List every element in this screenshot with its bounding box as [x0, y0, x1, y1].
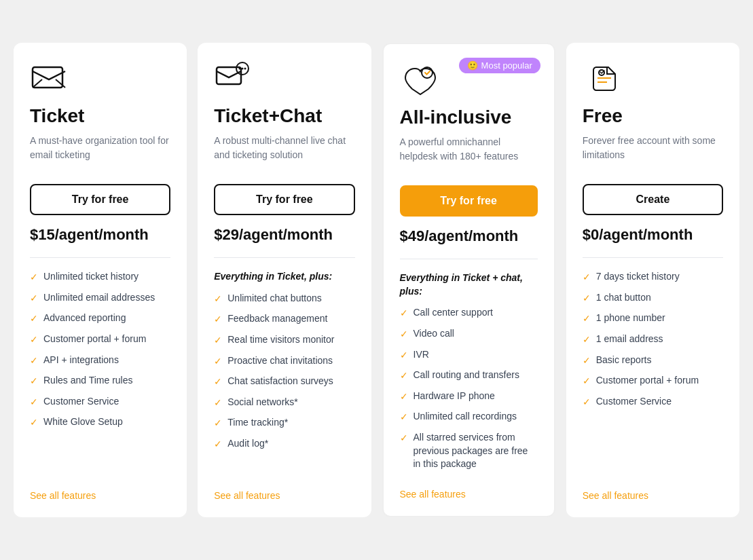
- features-title: Everything in Ticket, plus:: [214, 270, 354, 284]
- feature-item: ✓ Audit log*: [214, 437, 354, 451]
- feature-item: ✓ Real time visitors monitor: [214, 333, 354, 348]
- feature-item: ✓ White Glove Setup: [30, 415, 170, 430]
- feature-list: ✓ Unlimited ticket history ✓ Unlimited e…: [30, 270, 170, 479]
- feature-text: All starred services from previous packa…: [414, 431, 538, 471]
- plan-name: Ticket: [30, 105, 170, 127]
- feature-list: ✓ 7 days ticket history ✓ 1 chat button …: [583, 270, 723, 479]
- feature-item: ✓ Customer portal + forum: [583, 374, 723, 388]
- feature-text: Chat satisfaction surveys: [227, 375, 333, 388]
- feature-item: ✓ Chat satisfaction surveys: [214, 375, 354, 389]
- try-button-ticket[interactable]: Try for free: [30, 184, 170, 215]
- check-icon: ✓: [214, 334, 222, 348]
- feature-item: ✓ Basic reports: [583, 354, 723, 368]
- feature-item: ✓ 1 chat button: [583, 291, 723, 305]
- check-icon: ✓: [583, 312, 591, 326]
- feature-text: Advanced reporting: [43, 312, 126, 325]
- svg-point-4: [242, 68, 244, 70]
- plan-card-ticket-chat: Ticket+Chat A robust multi-channel live …: [198, 43, 371, 517]
- see-features-link[interactable]: See all features: [214, 490, 354, 501]
- feature-text: Unlimited call recordings: [414, 410, 517, 424]
- svg-point-3: [239, 68, 241, 70]
- plan-name: Free: [583, 105, 723, 127]
- feature-text: Social networks*: [227, 396, 298, 409]
- feature-text: Hardware IP phone: [414, 390, 495, 403]
- feature-text: API + integrations: [43, 354, 119, 367]
- feature-item: ✓ API + integrations: [30, 354, 170, 368]
- check-icon: ✓: [30, 271, 38, 284]
- feature-item: ✓ Time tracking*: [214, 416, 354, 430]
- popular-badge: 🙂 Most popular: [459, 58, 540, 73]
- check-icon: ✓: [30, 333, 38, 347]
- feature-text: Customer Service: [43, 395, 119, 409]
- try-button-all-inclusive[interactable]: Try for free: [400, 185, 538, 217]
- check-icon: ✓: [214, 438, 222, 451]
- check-icon: ✓: [30, 416, 38, 430]
- feature-item: ✓ Rules and Time rules: [30, 374, 170, 388]
- feature-item: ✓ Unlimited ticket history: [30, 270, 170, 284]
- plan-name: All-inclusive: [400, 107, 538, 128]
- plan-name: Ticket+Chat: [214, 105, 354, 127]
- feature-item: ✓ IVR: [400, 348, 538, 362]
- check-icon: ✓: [400, 328, 408, 341]
- check-icon: ✓: [400, 349, 408, 362]
- features-title: Everything in Ticket + chat, plus:: [400, 272, 538, 298]
- divider: [214, 257, 354, 258]
- plan-card-free: Free Forever free account with some limi…: [566, 43, 739, 517]
- ticket-icon: [30, 62, 68, 94]
- feature-text: Real time visitors monitor: [227, 333, 334, 347]
- feature-text: Call center support: [414, 306, 494, 320]
- try-button-ticket-chat[interactable]: Try for free: [214, 184, 354, 215]
- feature-item: ✓ Advanced reporting: [30, 312, 170, 326]
- feature-item: ✓ Video call: [400, 327, 538, 341]
- check-icon: ✓: [400, 369, 408, 383]
- feature-item: ✓ Call routing and transfers: [400, 369, 538, 383]
- plan-price: $0/agent/month: [583, 226, 723, 244]
- feature-text: IVR: [414, 348, 429, 362]
- see-features-link[interactable]: See all features: [30, 490, 170, 501]
- feature-text: Customer Service: [596, 395, 672, 409]
- feature-item: ✓ 1 email address: [583, 333, 723, 347]
- feature-text: Feedback management: [227, 312, 327, 326]
- feature-text: Time tracking*: [227, 416, 288, 430]
- feature-list: ✓ Call center support ✓ Video call ✓ IVR…: [400, 306, 538, 477]
- try-button-free[interactable]: Create: [583, 184, 723, 215]
- feature-text: Video call: [414, 327, 454, 341]
- check-icon: ✓: [214, 355, 222, 369]
- check-icon: ✓: [30, 292, 38, 305]
- see-features-link[interactable]: See all features: [583, 490, 723, 501]
- plan-price: $49/agent/month: [400, 227, 538, 245]
- feature-item: ✓ Unlimited email addresses: [30, 291, 170, 305]
- check-icon: ✓: [30, 375, 38, 388]
- feature-item: ✓ All starred services from previous pac…: [400, 431, 538, 471]
- feature-item: ✓ Proactive chat invitations: [214, 354, 354, 369]
- check-icon: ✓: [214, 417, 222, 430]
- feature-text: White Glove Setup: [43, 415, 123, 429]
- plan-description: A robust multi-channel live chat and tic…: [214, 134, 354, 169]
- plan-price: $15/agent/month: [30, 226, 170, 244]
- plan-card-ticket: Ticket A must-have organization tool for…: [14, 43, 187, 517]
- feature-item: ✓ Call center support: [400, 306, 538, 320]
- feature-text: 1 email address: [596, 333, 663, 346]
- check-icon: ✓: [583, 375, 591, 388]
- smile-icon: 🙂: [467, 60, 478, 71]
- check-icon: ✓: [400, 432, 408, 445]
- plan-description: Forever free account with some limitatio…: [583, 134, 723, 169]
- feature-text: Unlimited chat buttons: [227, 292, 322, 305]
- feature-text: Unlimited email addresses: [43, 291, 155, 305]
- plan-card-all-inclusive: 🙂 Most popular All-inclusive A powerful …: [382, 43, 555, 517]
- feature-list: ✓ Unlimited chat buttons ✓ Feedback mana…: [214, 292, 354, 479]
- plan-description: A must-have organization tool for email …: [30, 134, 170, 169]
- check-icon: ✓: [30, 312, 38, 326]
- feature-item: ✓ Social networks*: [214, 396, 354, 410]
- check-icon: ✓: [400, 390, 408, 404]
- feature-item: ✓ Hardware IP phone: [400, 390, 538, 404]
- feature-item: ✓ Unlimited chat buttons: [214, 292, 354, 306]
- feature-text: Audit log*: [227, 437, 268, 451]
- check-icon: ✓: [400, 307, 408, 320]
- feature-text: Customer portal + forum: [596, 374, 699, 388]
- check-icon: ✓: [583, 396, 591, 409]
- see-features-link[interactable]: See all features: [400, 489, 538, 500]
- check-icon: ✓: [214, 293, 222, 306]
- pricing-grid: Ticket A must-have organization tool for…: [14, 43, 739, 517]
- plan-price: $29/agent/month: [214, 226, 354, 244]
